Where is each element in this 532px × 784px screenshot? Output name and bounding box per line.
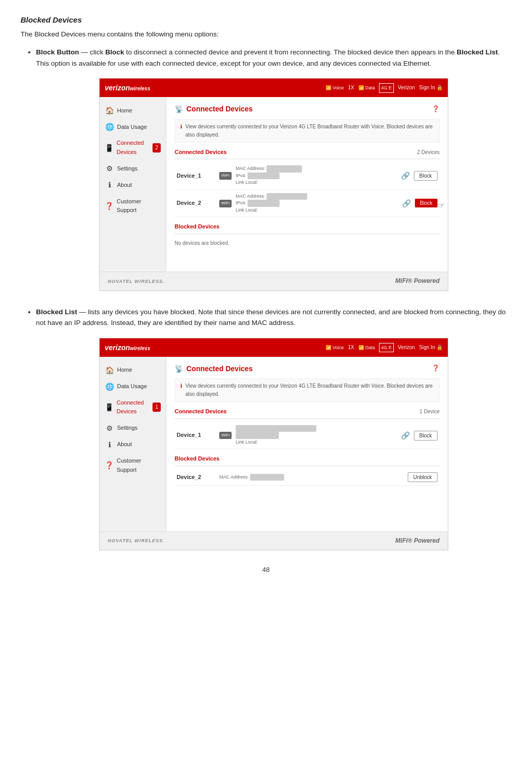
connected-label-1: Connected Devices: [117, 139, 149, 157]
sidebar-item-about-1[interactable]: ℹ About: [100, 177, 166, 194]
mac-2-1: ███ ███████ ███ ██ ████████: [236, 425, 397, 432]
carrier-1: Verizon: [398, 84, 415, 92]
device-count-1: 2 Devices: [417, 148, 440, 157]
info-text-2: View devices currently connected to your…: [185, 382, 434, 398]
carrier-2: Verizon: [398, 343, 415, 352]
info-text-1: View devices currently connected to your…: [185, 123, 434, 139]
link-icon-1-2[interactable]: 🔗: [402, 198, 411, 209]
section-heading: Blocked Devices: [21, 15, 511, 24]
wireless-text-2: wireless: [130, 346, 150, 351]
wireless-text-1: wireless: [130, 86, 150, 91]
block-btn-container-1-2: Block: [415, 199, 438, 208]
nav-icons-2: 📶 Voice 1X 📶 Data 4G E Verizon Sign In 🔒: [326, 343, 443, 352]
screenshot-2: verizonwireless 📶 Voice 1X 📶 Data 4G E V…: [99, 338, 448, 550]
link-icon-1-1[interactable]: 🔗: [401, 170, 410, 181]
ip-val-1-1: ███ ███ ███: [248, 173, 279, 180]
content-header-1: 📡 Connected Devices ❓: [175, 103, 440, 114]
sidebar-item-about-2[interactable]: ℹ About: [100, 436, 166, 453]
device-info-1-2: MAC Address: ██ ██████████ IPv4: ███ ███…: [236, 193, 398, 214]
about-icon-1: ℹ: [105, 181, 114, 190]
term-block: Block: [105, 48, 124, 56]
link-1-2: Link Local:: [236, 207, 398, 214]
blocked-section-1: Blocked Devices No devices are blocked.: [175, 222, 440, 250]
signal-data-2: 📶 Data: [358, 344, 375, 351]
settings-icon-2: ⚙: [105, 424, 114, 433]
ip-2-1: ███ ███ ███ ███: [236, 432, 397, 439]
lte-badge-1: 4G E: [379, 83, 394, 92]
ip-val-2-1: ███ ███ ███ ███: [236, 432, 279, 439]
info-icon-1: ℹ: [180, 123, 182, 139]
blocked-device-row-2-1: Device_2 MAC Address: ██ ████████ Unbloc…: [175, 469, 440, 486]
sidebar-item-settings-2[interactable]: ⚙ Settings: [100, 420, 166, 436]
verizon-text-2: verizon: [105, 343, 130, 352]
gen-1x-1: 1X: [348, 84, 354, 92]
signal-voice-1: 📶 Voice: [326, 84, 344, 91]
sidebar-2: 🏠 Home 🌐 Data Usage 📱 Connected Devices …: [100, 357, 166, 531]
about-label-2: About: [117, 440, 132, 449]
connected-section-header-1: Connected Devices 2 Devices: [175, 148, 440, 160]
nav-icons-1: 📶 Voice 1X 📶 Data 4G E Verizon Sign In 🔒: [326, 83, 443, 92]
navbar-1: verizonwireless 📶 Voice 1X 📶 Data 4G E V…: [100, 79, 448, 97]
sign-in-1: Sign In 🔒: [419, 84, 443, 92]
page-title-2: 📡 Connected Devices: [175, 363, 253, 374]
blocked-section-header-1: Blocked Devices: [175, 222, 440, 234]
content-header-2: 📡 Connected Devices ❓: [175, 363, 440, 374]
device-name-1-2: Device_2: [177, 199, 215, 208]
term-blocked-list: Blocked List: [457, 48, 498, 56]
blocked-mac-2-1: ██ ████████: [250, 474, 284, 481]
sidebar-item-data-2[interactable]: 🌐 Data Usage: [100, 378, 166, 395]
wifi-badge-1-2: WiFi: [219, 200, 232, 207]
sidebar-item-support-1[interactable]: ❓ Customer Support: [100, 194, 166, 219]
unblock-btn-2-1[interactable]: Unblock: [408, 472, 438, 482]
link-2-1: Link Local:: [236, 439, 397, 446]
sidebar-item-support-2[interactable]: ❓ Customer Support: [100, 453, 166, 478]
sidebar-item-home-2[interactable]: 🏠 Home: [100, 362, 166, 378]
sidebar-item-connected-2[interactable]: 📱 Connected Devices 1: [100, 395, 166, 420]
home-label-2: Home: [117, 366, 132, 375]
main-content-2: 📡 Connected Devices ❓ ℹ View devices cur…: [166, 357, 448, 531]
lte-badge-2: 4G E: [379, 343, 394, 352]
sign-in-2: Sign In 🔒: [419, 343, 443, 352]
home-icon-1: 🏠: [105, 106, 114, 115]
verizon-text-1: verizon: [105, 84, 130, 92]
body1: to disconnect a connected device and pre…: [124, 48, 457, 56]
settings-icon-1: ⚙: [105, 164, 114, 174]
no-devices-text-1: No devices are blocked.: [175, 237, 440, 250]
device-count-2: 1 Device: [420, 408, 440, 416]
help-icon-2: ❓: [432, 364, 440, 373]
sidebar-item-settings-1[interactable]: ⚙ Settings: [100, 161, 166, 177]
settings-label-1: Settings: [117, 164, 138, 174]
wifi-badge-1-1: WiFi: [219, 172, 232, 180]
bullet-blocked-list: Blocked List — lists any devices you hav…: [36, 307, 511, 550]
block-btn-1-1[interactable]: Block: [414, 171, 438, 181]
blocked-section-title-2: Blocked Devices: [175, 454, 219, 464]
mac-val-2-1: ███ ███████ ███ ██ ████████: [236, 425, 316, 432]
mifi-logo-1: MiFi® Powered: [395, 276, 440, 286]
mac-val-1-2: ██ ██████████: [267, 193, 307, 200]
router-icon-1: 📡: [175, 103, 183, 114]
sidebar-item-data-1[interactable]: 🌐 Data Usage: [100, 119, 166, 135]
info-box-1: ℹ View devices currently connected to yo…: [175, 119, 440, 143]
bullet-block-button: Block Button — click Block to disconnect…: [36, 47, 511, 291]
about-label-1: About: [117, 181, 132, 190]
device-name-1-1: Device_1: [177, 171, 215, 181]
router-body-2: 🏠 Home 🌐 Data Usage 📱 Connected Devices …: [100, 357, 448, 531]
connected-icon-2: 📱: [105, 403, 113, 412]
footer-2: NOVATEL WIRELESS. MiFi® Powered: [100, 531, 448, 550]
signal-data-1: 📶 Data: [358, 84, 375, 91]
term-blocked-list-2: Blocked List: [36, 308, 77, 316]
sidebar-item-connected-1[interactable]: 📱 Connected Devices 2: [100, 135, 166, 160]
page-title-1: 📡 Connected Devices: [175, 103, 253, 114]
blocked-device-info-2-1: MAC Address: ██ ████████: [219, 474, 404, 481]
ip-val-1-2: ███ ███ ███: [248, 200, 279, 207]
gen-1x-2: 1X: [348, 343, 354, 352]
blocked-section-title-1: Blocked Devices: [175, 222, 219, 232]
info-icon-2: ℹ: [180, 382, 182, 398]
navbar-2: verizonwireless 📶 Voice 1X 📶 Data 4G E V…: [100, 338, 448, 357]
link-icon-2-1[interactable]: 🔗: [401, 430, 410, 441]
blocked-section-2: Blocked Devices Device_2 MAC Address: ██…: [175, 454, 440, 486]
device-row-1-1: Device_1 WiFi MAC Address: ██ ██ ██████ …: [175, 162, 440, 190]
sidebar-item-home-1[interactable]: 🏠 Home: [100, 102, 166, 119]
block-btn-1-2[interactable]: Block: [415, 199, 438, 207]
block-btn-2-1[interactable]: Block: [414, 431, 438, 441]
